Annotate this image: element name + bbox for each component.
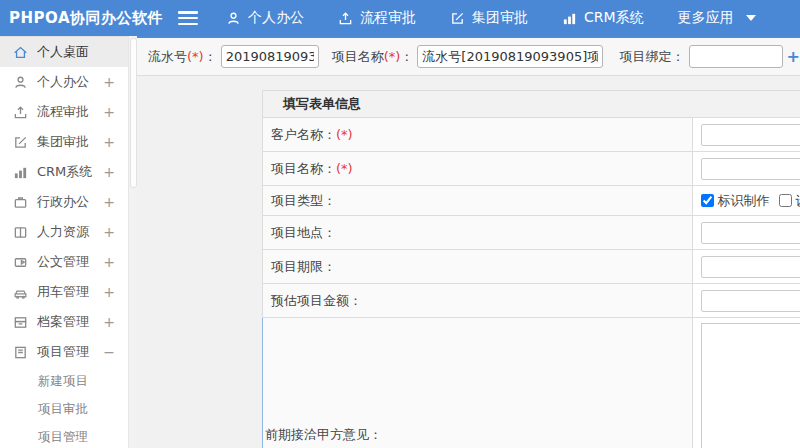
briefcase-icon [13, 195, 28, 210]
nav-more-apps[interactable]: 更多应用 [678, 9, 756, 27]
project-name-row-input[interactable] [701, 158, 800, 180]
chart-icon [13, 165, 28, 180]
nav-crm-system[interactable]: CRM系统 [562, 9, 644, 27]
table-row: 项目类型： 标识制作 设计 媒体发布 置换 [263, 186, 800, 216]
sidebar-subitem-new-project[interactable]: 新建项目 [0, 367, 128, 395]
sidebar-subitem-project-manage[interactable]: 项目管理 [0, 423, 128, 448]
menu-icon[interactable] [178, 11, 198, 25]
checkbox-label[interactable]: 标识制作 [718, 192, 770, 210]
table-row: 前期接洽甲方意见： [263, 318, 800, 448]
sidebar-item-group-approval[interactable]: 集团审批 + [0, 127, 128, 157]
required-mark: (*) [336, 161, 353, 176]
table-row: 预估项目金额： [263, 284, 800, 318]
add-bind-button[interactable]: + [787, 47, 800, 66]
sidebar-item-label: 流程审批 [37, 103, 89, 121]
project-location-label: 项目地点： [263, 216, 693, 250]
scrollbar-thumb[interactable] [130, 38, 137, 188]
sidebar-item-label: 行政办公 [37, 193, 89, 211]
sidebar-item-process-approval[interactable]: 流程审批 + [0, 97, 128, 127]
project-location-input[interactable] [701, 222, 800, 244]
initial-opinion-textarea[interactable] [701, 323, 800, 448]
table-row: 客户名称：(*) [263, 118, 800, 152]
sidebar-scrollbar[interactable] [128, 36, 137, 448]
estimated-amount-input[interactable] [701, 290, 800, 312]
sidebar-item-label: 用车管理 [37, 283, 89, 301]
sidebar-subitem-project-approval[interactable]: 项目审批 [0, 395, 128, 423]
project-duration-input[interactable] [701, 256, 800, 278]
sidebar-item-project[interactable]: 项目管理 − [0, 337, 128, 367]
checkbox-label[interactable]: 设计 [796, 192, 800, 210]
sidebar-item-official-docs[interactable]: 公文管理 + [0, 247, 128, 277]
checkbox-sign-making[interactable] [701, 194, 714, 207]
project-bind-label: 项目绑定： [620, 48, 685, 66]
edit-icon [450, 11, 465, 26]
sidebar-item-vehicle[interactable]: 用车管理 + [0, 277, 128, 307]
table-row: 项目名称：(*) [263, 152, 800, 186]
sidebar-item-crm[interactable]: CRM系统 + [0, 157, 128, 187]
nav-personal-office[interactable]: 个人办公 [226, 9, 304, 27]
nav-label: 个人办公 [248, 9, 304, 27]
sidebar-item-personal-desktop[interactable]: 个人桌面 [0, 37, 128, 67]
user-icon [13, 75, 28, 90]
book-icon [13, 225, 28, 240]
nav-label: 集团审批 [472, 9, 528, 27]
form-section-title: 填写表单信息 [263, 91, 800, 118]
sidebar-item-label: 档案管理 [37, 313, 89, 331]
user-icon [226, 11, 241, 26]
expand-plus-icon[interactable]: + [103, 164, 115, 180]
project-type-options: 标识制作 设计 媒体发布 置换 [701, 192, 800, 210]
project-duration-label: 项目期限： [263, 250, 693, 284]
project-bind-input[interactable] [689, 45, 783, 68]
serial-label: 流水号(*)： [148, 48, 217, 66]
edit-icon [13, 135, 28, 150]
form-table: 填写表单信息 客户名称：(*) 项目名称：(*) 项目类型： 标识制作 设计 媒… [262, 90, 800, 448]
sidebar-item-hr[interactable]: 人力资源 + [0, 217, 128, 247]
customer-name-input[interactable] [701, 124, 800, 146]
process-icon [338, 11, 353, 26]
expand-plus-icon[interactable]: + [103, 314, 115, 330]
required-mark: (*) [384, 49, 401, 64]
project-type-label: 项目类型： [263, 186, 693, 216]
sidebar-item-label: 个人办公 [37, 73, 89, 91]
expand-plus-icon[interactable]: + [103, 284, 115, 300]
chart-icon [562, 11, 577, 26]
nav-label: 更多应用 [678, 9, 734, 27]
form-panel: 填写表单信息 客户名称：(*) 项目名称：(*) 项目类型： 标识制作 设计 媒… [262, 90, 800, 448]
sidebar-item-label: CRM系统 [37, 163, 92, 181]
nav-process-approval[interactable]: 流程审批 [338, 9, 416, 27]
sidebar-item-label: 人力资源 [37, 223, 89, 241]
sidebar-item-admin-office[interactable]: 行政办公 + [0, 187, 128, 217]
expand-plus-icon[interactable]: + [103, 224, 115, 240]
project-name-input[interactable] [417, 45, 602, 68]
archive-icon [13, 315, 28, 330]
main-content: 流水号(*)： 项目名称(*)： 项目绑定： + 填写表单信息 客户名称：(*)… [137, 36, 800, 448]
document-icon [13, 255, 28, 270]
sidebar-item-label: 项目管理 [37, 343, 89, 361]
nav-group-approval[interactable]: 集团审批 [450, 9, 528, 27]
process-icon [13, 105, 28, 120]
serial-input[interactable] [221, 45, 319, 68]
expand-plus-icon[interactable]: + [103, 254, 115, 270]
project-icon [13, 345, 28, 360]
expand-plus-icon[interactable]: + [103, 134, 115, 150]
sidebar-item-label: 个人桌面 [37, 43, 89, 61]
expand-plus-icon[interactable]: + [103, 194, 115, 210]
sidebar-item-archive[interactable]: 档案管理 + [0, 307, 128, 337]
checkbox-design[interactable] [779, 194, 792, 207]
expand-plus-icon[interactable]: + [103, 74, 115, 90]
nav-label: 流程审批 [360, 9, 416, 27]
topbar: PHPOA协同办公软件 个人办公 流程审批 集团审批 CRM系统 更多应用 [0, 0, 800, 36]
project-name-label: 项目名称(*)： [332, 48, 414, 66]
required-mark: (*) [187, 49, 204, 64]
sidebar: 个人桌面 个人办公 + 流程审批 + 集团审批 + CRM系统 + 行政办公 +… [0, 36, 128, 448]
car-icon [13, 285, 28, 300]
nav-label: CRM系统 [584, 9, 644, 27]
collapse-minus-icon[interactable]: − [103, 344, 115, 360]
expand-plus-icon[interactable]: + [103, 104, 115, 120]
home-icon [13, 45, 28, 60]
sidebar-item-label: 公文管理 [37, 253, 89, 271]
sidebar-item-label: 集团审批 [37, 133, 89, 151]
sidebar-item-personal-office[interactable]: 个人办公 + [0, 67, 128, 97]
form-toolbar: 流水号(*)： 项目名称(*)： 项目绑定： + [137, 38, 800, 76]
app-logo: PHPOA协同办公软件 [0, 9, 178, 28]
